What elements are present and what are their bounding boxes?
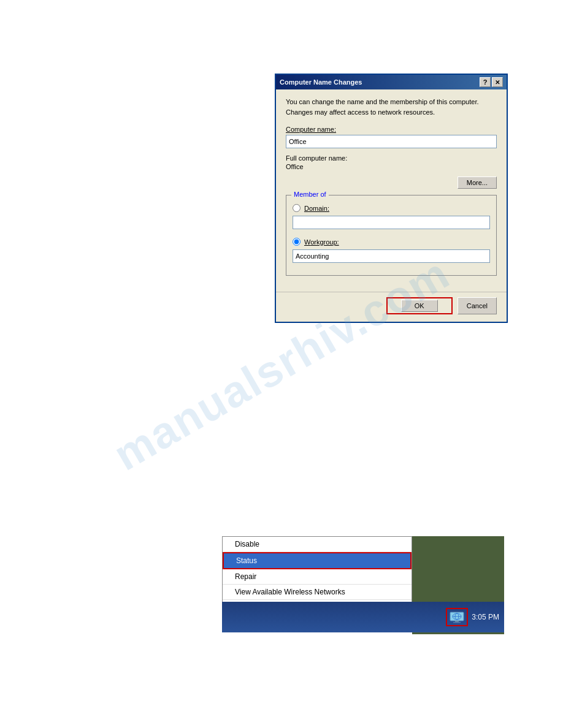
dialog-footer: OK Cancel: [276, 292, 507, 322]
taskbar-time: 3:05 PM: [472, 613, 499, 621]
menu-item[interactable]: Disable: [223, 537, 412, 552]
menu-item[interactable]: Repair: [223, 569, 412, 585]
workgroup-radio[interactable]: [293, 238, 301, 246]
ok-button-highlight: OK: [386, 297, 453, 314]
menu-item[interactable]: Status: [223, 552, 412, 569]
domain-radio[interactable]: [293, 204, 301, 212]
dialog-description: You can change the name and the membersh…: [286, 97, 497, 117]
full-computer-name-label: Full computer name:: [286, 154, 497, 162]
dialog-titlebar: Computer Name Changes ? ✕: [276, 75, 507, 89]
computer-name-label: Computer name:: [286, 126, 497, 133]
help-button[interactable]: ?: [480, 77, 491, 87]
computer-name-changes-dialog: Computer Name Changes ? ✕ You can change…: [275, 74, 508, 323]
more-button[interactable]: More...: [458, 176, 497, 189]
cancel-button[interactable]: Cancel: [458, 297, 497, 314]
dialog-title-text: Computer Name Changes: [280, 78, 362, 86]
dialog-container: Computer Name Changes ? ✕ You can change…: [275, 74, 508, 323]
workgroup-radio-row: Workgroup:: [293, 238, 490, 246]
domain-label-rest: omain:: [309, 205, 329, 212]
dialog-body: You can change the name and the membersh…: [276, 89, 507, 292]
domain-label: Domain:: [304, 205, 329, 212]
close-button[interactable]: ✕: [492, 77, 503, 87]
domain-underline: D: [304, 205, 309, 212]
computer-name-rest: omputer name:: [291, 126, 336, 133]
network-icon-wrapper: [446, 608, 468, 626]
full-computer-name-section: Full computer name: Office: [286, 154, 497, 170]
workgroup-underline: W: [304, 238, 310, 246]
ok-button[interactable]: OK: [401, 300, 438, 312]
computer-name-label-text: Computer name:: [286, 126, 336, 133]
computer-name-input[interactable]: [286, 135, 497, 148]
svg-rect-1: [455, 621, 459, 622]
titlebar-buttons: ? ✕: [480, 77, 503, 87]
member-of-legend: Member of: [291, 191, 329, 198]
more-button-row: More...: [286, 176, 497, 189]
member-of-section: Member of Domain: Workgroup:: [286, 195, 497, 276]
network-icon[interactable]: [448, 610, 465, 624]
workgroup-input[interactable]: [293, 249, 490, 263]
full-computer-name-value: Office: [286, 163, 497, 170]
svg-rect-2: [453, 622, 461, 623]
taskbar-right: 3:05 PM: [446, 608, 499, 626]
dialog-title-group: Computer Name Changes: [280, 78, 362, 86]
underline-c: C: [286, 126, 291, 133]
domain-radio-row: Domain:: [293, 204, 490, 212]
menu-item[interactable]: View Available Wireless Networks: [223, 585, 412, 600]
domain-input[interactable]: [293, 216, 490, 229]
workgroup-label: Workgroup:: [304, 238, 339, 246]
network-svg: [449, 611, 465, 623]
workgroup-label-rest: orkgroup:: [310, 238, 339, 246]
taskbar: 3:05 PM: [222, 602, 504, 632]
